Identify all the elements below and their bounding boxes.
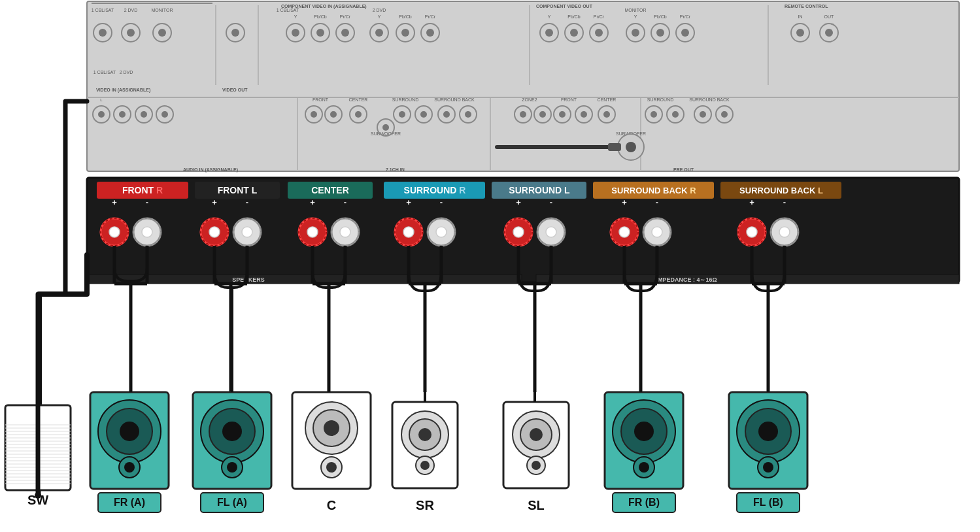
main-diagram: SPEAKERS IMPEDANCE : 4～16Ω VIDEO IN (ASS… [0, 0, 980, 532]
svg-point-39 [311, 24, 329, 42]
svg-point-61 [590, 24, 608, 42]
svg-text:IN: IN [798, 14, 803, 19]
svg-text:Pr/Cr: Pr/Cr [680, 14, 691, 19]
svg-text:SUBWOOFER: SUBWOOFER [616, 131, 646, 136]
svg-rect-0 [87, 1, 959, 171]
svg-text:MONITOR: MONITOR [152, 8, 173, 12]
svg-point-198 [652, 227, 662, 237]
svg-point-263 [119, 457, 140, 478]
svg-point-261 [107, 408, 152, 454]
svg-point-182 [436, 227, 447, 237]
svg-text:Pb/Cb: Pb/Cb [399, 14, 412, 19]
svg-point-284 [409, 419, 441, 450]
svg-rect-289 [503, 402, 569, 488]
svg-point-260 [98, 400, 161, 463]
svg-point-43 [341, 29, 349, 37]
svg-point-262 [120, 422, 139, 441]
svg-point-115 [539, 111, 546, 118]
svg-point-110 [465, 111, 471, 118]
svg-point-137 [716, 106, 733, 123]
svg-text:+: + [622, 197, 627, 207]
svg-text:Y: Y [294, 14, 297, 19]
svg-text:VIDEO IN (ASSIGNABLE): VIDEO IN (ASSIGNABLE) [96, 88, 150, 93]
svg-point-30 [153, 24, 171, 42]
svg-text:-: - [146, 197, 148, 207]
svg-point-287 [420, 461, 430, 470]
svg-point-277 [313, 410, 350, 446]
svg-text:7.1CH IN: 7.1CH IN [386, 167, 405, 172]
svg-text:2 DVD: 2 DVD [120, 70, 133, 75]
svg-rect-149 [593, 182, 714, 199]
svg-point-55 [540, 24, 558, 42]
svg-point-59 [570, 29, 578, 37]
svg-text:Pr/Cr: Pr/Cr [594, 14, 605, 19]
svg-rect-128 [608, 143, 621, 151]
svg-rect-147 [492, 182, 586, 199]
svg-point-299 [634, 422, 654, 441]
svg-text:-: - [344, 197, 346, 207]
svg-point-309 [763, 462, 773, 473]
svg-text:Pr/Cr: Pr/Cr [425, 14, 436, 19]
svg-rect-143 [288, 182, 373, 199]
svg-text:SURROUND BACK R: SURROUND BACK R [611, 186, 696, 195]
svg-point-188 [513, 227, 524, 237]
svg-point-294 [532, 461, 541, 470]
svg-point-105 [420, 111, 427, 118]
svg-point-25 [99, 29, 107, 37]
svg-rect-4 [536, 274, 959, 284]
svg-point-183 [395, 218, 422, 246]
svg-point-84 [114, 106, 131, 123]
svg-point-86 [135, 106, 152, 123]
svg-text:FRONT L: FRONT L [218, 185, 258, 195]
svg-point-136 [700, 111, 706, 118]
svg-rect-304 [729, 392, 807, 489]
svg-point-49 [396, 24, 414, 42]
svg-point-36 [286, 24, 305, 42]
svg-point-31 [158, 29, 166, 37]
svg-point-184 [428, 218, 455, 246]
svg-point-131 [651, 111, 657, 118]
svg-point-113 [520, 111, 526, 118]
svg-text:COMPONENT VIDEO IN (ASSIGNABLE: COMPONENT VIDEO IN (ASSIGNABLE) [281, 4, 367, 9]
svg-text:IMPEDANCE : 4～16Ω: IMPEDANCE : 4～16Ω [656, 276, 717, 283]
svg-text:2 DVD: 2 DVD [373, 8, 386, 12]
svg-text:+: + [406, 197, 411, 207]
svg-rect-6 [92, 3, 212, 4]
svg-text:Pb/Cb: Pb/Cb [567, 14, 581, 19]
svg-point-191 [505, 218, 532, 246]
svg-point-52 [421, 24, 439, 42]
svg-text:FRONT: FRONT [561, 97, 577, 102]
svg-point-168 [233, 218, 261, 246]
svg-point-164 [209, 227, 220, 237]
svg-rect-1 [87, 178, 959, 282]
svg-rect-19 [87, 97, 959, 98]
svg-rect-265 [98, 493, 161, 512]
wiring-diagram: SPEAKERS IMPEDANCE : 4～16Ω VIDEO IN (ASS… [0, 0, 980, 532]
svg-point-135 [694, 106, 711, 123]
svg-rect-282 [392, 402, 458, 488]
svg-point-307 [758, 422, 778, 441]
svg-point-171 [299, 218, 326, 246]
svg-point-298 [621, 408, 667, 454]
svg-point-280 [326, 462, 337, 473]
svg-text:PRE OUT: PRE OUT [673, 167, 694, 172]
svg-point-58 [565, 24, 583, 42]
svg-point-269 [209, 408, 255, 454]
svg-point-205 [771, 218, 798, 246]
svg-point-204 [747, 227, 757, 237]
svg-rect-238 [5, 405, 71, 490]
svg-point-87 [141, 111, 147, 118]
svg-point-28 [127, 29, 135, 37]
svg-point-199 [611, 218, 638, 246]
svg-point-62 [595, 29, 603, 37]
svg-text:Pr/Cr: Pr/Cr [340, 14, 351, 19]
svg-point-206 [779, 227, 790, 237]
svg-point-300 [634, 457, 654, 478]
svg-point-112 [515, 106, 532, 123]
svg-text:+: + [516, 197, 521, 207]
svg-text:Pb/Cb: Pb/Cb [314, 14, 327, 19]
svg-point-118 [559, 111, 566, 118]
svg-point-173 [331, 218, 359, 246]
svg-point-272 [227, 462, 237, 473]
svg-point-159 [101, 218, 128, 246]
